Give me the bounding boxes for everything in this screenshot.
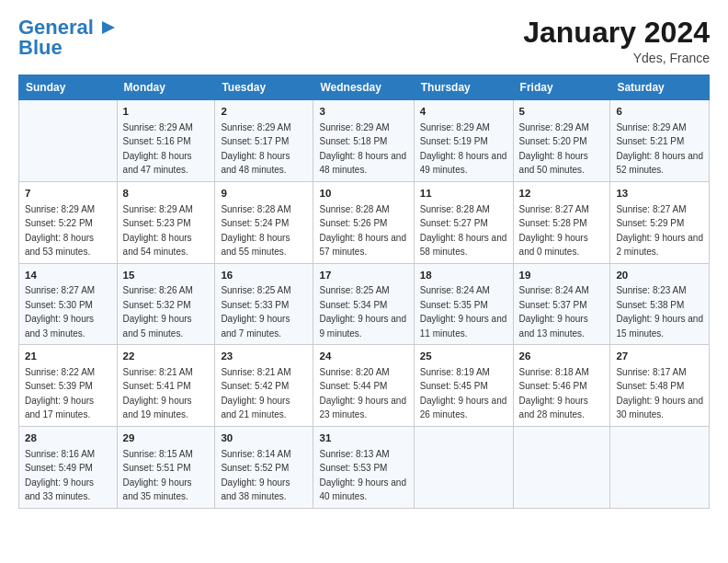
day-number: 19 xyxy=(519,268,605,283)
day-header-sunday: Sunday xyxy=(19,75,118,100)
day-number: 28 xyxy=(25,431,111,446)
calendar-cell: 11Sunrise: 8:28 AMSunset: 5:27 PMDayligh… xyxy=(414,181,513,263)
calendar-week-4: 28Sunrise: 8:16 AMSunset: 5:49 PMDayligh… xyxy=(19,426,710,508)
logo-line2: Blue xyxy=(18,37,117,59)
calendar-cell xyxy=(610,426,710,508)
calendar-cell: 15Sunrise: 8:26 AMSunset: 5:32 PMDayligh… xyxy=(117,263,215,345)
day-info: Sunrise: 8:17 AMSunset: 5:48 PMDaylight:… xyxy=(616,367,703,420)
day-header-monday: Monday xyxy=(117,75,215,100)
day-number: 21 xyxy=(25,349,111,364)
calendar-cell: 24Sunrise: 8:20 AMSunset: 5:44 PMDayligh… xyxy=(313,345,414,427)
day-info: Sunrise: 8:21 AMSunset: 5:42 PMDaylight:… xyxy=(221,367,290,420)
day-number: 17 xyxy=(319,268,407,283)
calendar-cell: 16Sunrise: 8:25 AMSunset: 5:33 PMDayligh… xyxy=(215,263,313,345)
calendar-cell: 7Sunrise: 8:29 AMSunset: 5:22 PMDaylight… xyxy=(19,181,118,263)
calendar-cell xyxy=(513,426,610,508)
calendar-cell: 20Sunrise: 8:23 AMSunset: 5:38 PMDayligh… xyxy=(610,263,710,345)
calendar-cell: 19Sunrise: 8:24 AMSunset: 5:37 PMDayligh… xyxy=(513,263,610,345)
logo-icon xyxy=(97,17,117,38)
page: General Blue January 2024 Ydes, France S… xyxy=(0,0,728,563)
day-info: Sunrise: 8:16 AMSunset: 5:49 PMDaylight:… xyxy=(25,449,95,502)
day-number: 27 xyxy=(616,349,703,364)
day-info: Sunrise: 8:29 AMSunset: 5:18 PMDaylight:… xyxy=(319,122,406,176)
calendar-cell: 23Sunrise: 8:21 AMSunset: 5:42 PMDayligh… xyxy=(215,345,313,427)
calendar-cell xyxy=(19,100,118,182)
calendar-cell: 2Sunrise: 8:29 AMSunset: 5:17 PMDaylight… xyxy=(215,100,313,182)
calendar-cell: 6Sunrise: 8:29 AMSunset: 5:21 PMDaylight… xyxy=(610,100,710,182)
day-info: Sunrise: 8:25 AMSunset: 5:33 PMDaylight:… xyxy=(221,285,290,339)
day-number: 6 xyxy=(616,104,703,120)
day-info: Sunrise: 8:29 AMSunset: 5:17 PMDaylight:… xyxy=(221,122,290,176)
calendar-cell: 14Sunrise: 8:27 AMSunset: 5:30 PMDayligh… xyxy=(19,263,118,345)
calendar-cell: 1Sunrise: 8:29 AMSunset: 5:16 PMDaylight… xyxy=(117,100,215,182)
day-info: Sunrise: 8:29 AMSunset: 5:21 PMDaylight:… xyxy=(616,122,703,176)
day-info: Sunrise: 8:24 AMSunset: 5:37 PMDaylight:… xyxy=(519,285,589,339)
calendar-cell: 3Sunrise: 8:29 AMSunset: 5:18 PMDaylight… xyxy=(313,100,414,182)
day-header-wednesday: Wednesday xyxy=(313,75,414,100)
day-number: 18 xyxy=(420,268,507,283)
svg-marker-0 xyxy=(102,21,115,34)
day-number: 13 xyxy=(616,186,703,201)
day-info: Sunrise: 8:24 AMSunset: 5:35 PMDaylight:… xyxy=(420,285,507,339)
day-info: Sunrise: 8:26 AMSunset: 5:32 PMDaylight:… xyxy=(123,285,193,339)
day-number: 4 xyxy=(420,104,507,120)
day-info: Sunrise: 8:23 AMSunset: 5:38 PMDaylight:… xyxy=(616,285,703,339)
calendar-cell: 29Sunrise: 8:15 AMSunset: 5:51 PMDayligh… xyxy=(117,426,215,508)
calendar-week-2: 14Sunrise: 8:27 AMSunset: 5:30 PMDayligh… xyxy=(19,263,710,345)
calendar-week-3: 21Sunrise: 8:22 AMSunset: 5:39 PMDayligh… xyxy=(19,345,710,427)
day-info: Sunrise: 8:19 AMSunset: 5:45 PMDaylight:… xyxy=(420,367,507,420)
day-number: 1 xyxy=(123,104,210,120)
calendar-cell: 26Sunrise: 8:18 AMSunset: 5:46 PMDayligh… xyxy=(513,345,610,427)
calendar-week-0: 1Sunrise: 8:29 AMSunset: 5:16 PMDaylight… xyxy=(19,100,710,182)
day-info: Sunrise: 8:22 AMSunset: 5:39 PMDaylight:… xyxy=(25,367,95,420)
day-number: 14 xyxy=(25,268,111,283)
day-info: Sunrise: 8:18 AMSunset: 5:46 PMDaylight:… xyxy=(519,367,589,420)
day-info: Sunrise: 8:28 AMSunset: 5:26 PMDaylight:… xyxy=(319,204,406,258)
day-number: 10 xyxy=(319,186,407,201)
day-info: Sunrise: 8:13 AMSunset: 5:53 PMDaylight:… xyxy=(319,449,406,502)
day-number: 8 xyxy=(123,186,210,201)
day-number: 16 xyxy=(221,268,307,283)
day-number: 22 xyxy=(123,349,210,364)
day-number: 23 xyxy=(221,349,307,364)
day-header-thursday: Thursday xyxy=(414,75,513,100)
day-number: 5 xyxy=(519,104,605,120)
day-info: Sunrise: 8:29 AMSunset: 5:20 PMDaylight:… xyxy=(519,122,589,176)
day-number: 31 xyxy=(319,431,407,446)
day-info: Sunrise: 8:27 AMSunset: 5:30 PMDaylight:… xyxy=(25,285,95,339)
logo: General Blue xyxy=(18,17,117,59)
day-header-tuesday: Tuesday xyxy=(215,75,313,100)
header: General Blue January 2024 Ydes, France xyxy=(18,17,710,65)
title-area: January 2024 Ydes, France xyxy=(523,17,710,65)
day-number: 29 xyxy=(123,431,210,446)
day-info: Sunrise: 8:29 AMSunset: 5:19 PMDaylight:… xyxy=(420,122,507,176)
day-number: 2 xyxy=(221,104,307,120)
calendar-cell xyxy=(414,426,513,508)
day-info: Sunrise: 8:29 AMSunset: 5:22 PMDaylight:… xyxy=(25,204,95,258)
day-info: Sunrise: 8:28 AMSunset: 5:27 PMDaylight:… xyxy=(420,204,507,258)
calendar-cell: 4Sunrise: 8:29 AMSunset: 5:19 PMDaylight… xyxy=(414,100,513,182)
calendar-cell: 8Sunrise: 8:29 AMSunset: 5:23 PMDaylight… xyxy=(117,181,215,263)
month-title: January 2024 xyxy=(523,17,710,49)
day-info: Sunrise: 8:28 AMSunset: 5:24 PMDaylight:… xyxy=(221,204,290,258)
day-number: 30 xyxy=(221,431,307,446)
day-info: Sunrise: 8:27 AMSunset: 5:28 PMDaylight:… xyxy=(519,204,589,258)
calendar-cell: 25Sunrise: 8:19 AMSunset: 5:45 PMDayligh… xyxy=(414,345,513,427)
calendar-table: SundayMondayTuesdayWednesdayThursdayFrid… xyxy=(18,75,710,508)
day-info: Sunrise: 8:14 AMSunset: 5:52 PMDaylight:… xyxy=(221,449,290,502)
day-info: Sunrise: 8:29 AMSunset: 5:16 PMDaylight:… xyxy=(123,122,193,176)
calendar-cell: 17Sunrise: 8:25 AMSunset: 5:34 PMDayligh… xyxy=(313,263,414,345)
day-number: 12 xyxy=(519,186,605,201)
calendar-header-row: SundayMondayTuesdayWednesdayThursdayFrid… xyxy=(19,75,710,100)
calendar-cell: 31Sunrise: 8:13 AMSunset: 5:53 PMDayligh… xyxy=(313,426,414,508)
day-number: 20 xyxy=(616,268,703,283)
calendar-cell: 28Sunrise: 8:16 AMSunset: 5:49 PMDayligh… xyxy=(19,426,118,508)
day-number: 11 xyxy=(420,186,507,201)
day-info: Sunrise: 8:29 AMSunset: 5:23 PMDaylight:… xyxy=(123,204,193,258)
day-number: 25 xyxy=(420,349,507,364)
calendar-cell: 27Sunrise: 8:17 AMSunset: 5:48 PMDayligh… xyxy=(610,345,710,427)
day-header-saturday: Saturday xyxy=(610,75,710,100)
calendar-cell: 13Sunrise: 8:27 AMSunset: 5:29 PMDayligh… xyxy=(610,181,710,263)
day-info: Sunrise: 8:25 AMSunset: 5:34 PMDaylight:… xyxy=(319,285,406,339)
calendar-week-1: 7Sunrise: 8:29 AMSunset: 5:22 PMDaylight… xyxy=(19,181,710,263)
